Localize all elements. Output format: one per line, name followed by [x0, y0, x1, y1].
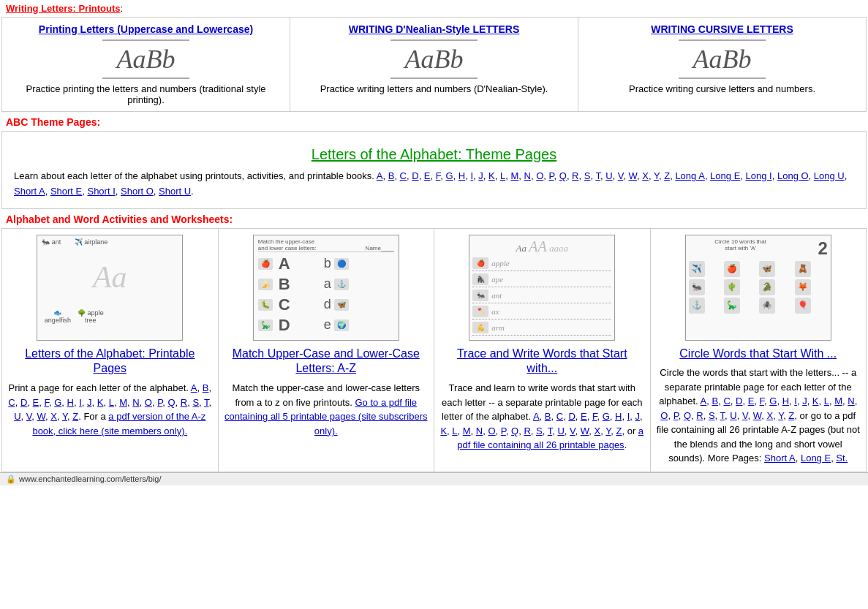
pt-link[interactable]: T [204, 397, 209, 408]
letter-a-link[interactable]: A [377, 170, 383, 181]
cn-link[interactable]: N [848, 396, 854, 406]
letter-b-link[interactable]: B [388, 170, 395, 181]
cq-link[interactable]: Q [684, 410, 691, 421]
tp-link[interactable]: P [501, 425, 506, 436]
circle-short-a-link[interactable]: Short A [764, 453, 796, 464]
short-o-link[interactable]: Short O [121, 186, 154, 197]
pd-link[interactable]: D [20, 397, 27, 408]
circle-link[interactable]: Circle Words that Start With ... [657, 347, 861, 362]
dnealian-link[interactable]: WRITING D'Nealian-Style LETTERS [296, 23, 572, 35]
letter-n-link[interactable]: N [524, 170, 531, 181]
pg-link[interactable]: G [54, 397, 61, 408]
pu-link[interactable]: U [14, 411, 20, 422]
co-link[interactable]: O [660, 410, 668, 421]
letter-y-link[interactable]: Y [654, 170, 659, 181]
ts-link[interactable]: S [536, 425, 543, 436]
letter-m-link[interactable]: M [510, 170, 518, 181]
pa-link[interactable]: A [191, 382, 197, 393]
tx-link[interactable]: X [595, 425, 601, 436]
cu-link[interactable]: U [730, 410, 736, 421]
cursive-link[interactable]: WRITING CURSIVE LETTERS [584, 23, 860, 35]
long-i-link[interactable]: Long I [746, 170, 772, 181]
td-link[interactable]: D [568, 411, 575, 422]
pp-link[interactable]: P [157, 397, 162, 408]
short-i-link[interactable]: Short I [87, 186, 115, 197]
letter-w-link[interactable]: W [628, 170, 637, 181]
ct-link[interactable]: T [720, 410, 725, 421]
letter-k-link[interactable]: K [488, 170, 495, 181]
letter-j-link[interactable]: J [478, 170, 483, 181]
tz-link[interactable]: Z [616, 425, 622, 436]
pi-link[interactable]: I [79, 397, 82, 408]
letter-c-link[interactable]: C [400, 170, 407, 181]
tm-link[interactable]: M [463, 425, 471, 436]
tu-link[interactable]: U [557, 425, 564, 436]
cd-link[interactable]: D [736, 396, 742, 406]
long-o-link[interactable]: Long O [777, 170, 809, 181]
letter-t-link[interactable]: T [595, 170, 600, 181]
cx-link[interactable]: X [766, 410, 773, 421]
th-link[interactable]: H [615, 411, 622, 422]
long-u-link[interactable]: Long U [814, 170, 845, 181]
long-a-link[interactable]: Long A [675, 170, 705, 181]
py-link[interactable]: Y [62, 411, 67, 422]
cr-link[interactable]: R [696, 410, 703, 421]
letter-l-link[interactable]: L [500, 170, 505, 181]
pn-link[interactable]: N [132, 397, 139, 408]
tf-link[interactable]: F [592, 411, 597, 422]
tl-link[interactable]: L [452, 425, 457, 436]
letter-i-link[interactable]: I [470, 170, 473, 181]
short-e-link[interactable]: Short E [50, 186, 82, 197]
cg-link[interactable]: G [769, 396, 777, 406]
tv-link[interactable]: V [570, 425, 575, 436]
letter-u-link[interactable]: U [605, 170, 612, 181]
px-link[interactable]: X [50, 411, 57, 422]
tb-link[interactable]: B [545, 411, 551, 422]
ty-link[interactable]: Y [605, 425, 611, 436]
cv-link[interactable]: V [742, 410, 747, 421]
trace-link[interactable]: Trace and Write Words that Start with... [440, 347, 644, 377]
cm-link[interactable]: M [834, 396, 842, 406]
pm-link[interactable]: M [119, 397, 127, 408]
cs-link[interactable]: S [709, 410, 715, 421]
to-link[interactable]: O [488, 425, 495, 436]
cy-link[interactable]: Y [778, 410, 783, 421]
pj-link[interactable]: J [87, 397, 92, 408]
tr-link[interactable]: R [524, 425, 530, 436]
cp-link[interactable]: P [673, 410, 679, 421]
letter-d-link[interactable]: D [412, 170, 418, 181]
pw-link[interactable]: W [37, 411, 46, 422]
ci-link[interactable]: I [794, 396, 797, 406]
te-link[interactable]: E [581, 411, 587, 422]
ch-link[interactable]: H [782, 396, 789, 406]
pe-link[interactable]: E [33, 397, 39, 408]
long-e-link[interactable]: Long E [710, 170, 740, 181]
tk-link[interactable]: K [440, 425, 447, 436]
cz-link[interactable]: Z [788, 410, 794, 421]
ce-link[interactable]: E [748, 396, 755, 406]
circle-st-link[interactable]: St. [836, 453, 848, 464]
ph-link[interactable]: H [67, 397, 74, 408]
pv-link[interactable]: V [26, 411, 31, 422]
short-u-link[interactable]: Short U [159, 186, 191, 197]
tq-link[interactable]: Q [511, 425, 518, 436]
po-link[interactable]: O [145, 397, 152, 408]
cl-link[interactable]: L [824, 396, 829, 406]
circle-long-e-link[interactable]: Long E [801, 453, 831, 464]
tj-link[interactable]: J [635, 411, 640, 422]
pz-link[interactable]: Z [72, 411, 78, 422]
tc-link[interactable]: C [556, 411, 563, 422]
letter-g-link[interactable]: G [446, 170, 453, 181]
letter-x-link[interactable]: X [642, 170, 649, 181]
pk-link[interactable]: K [97, 397, 104, 408]
pb-link[interactable]: B [203, 382, 209, 393]
ca-link[interactable]: A [701, 396, 707, 406]
ta-link[interactable]: A [533, 411, 540, 422]
pl-link[interactable]: L [109, 397, 114, 408]
tg-link[interactable]: G [603, 411, 610, 422]
cc-link[interactable]: C [723, 396, 730, 406]
printing-letters-link[interactable]: Printing Letters (Uppercase and Lowercas… [8, 23, 284, 35]
pr-link[interactable]: R [181, 397, 187, 408]
pf-link[interactable]: F [44, 397, 49, 408]
tn-link[interactable]: N [476, 425, 483, 436]
